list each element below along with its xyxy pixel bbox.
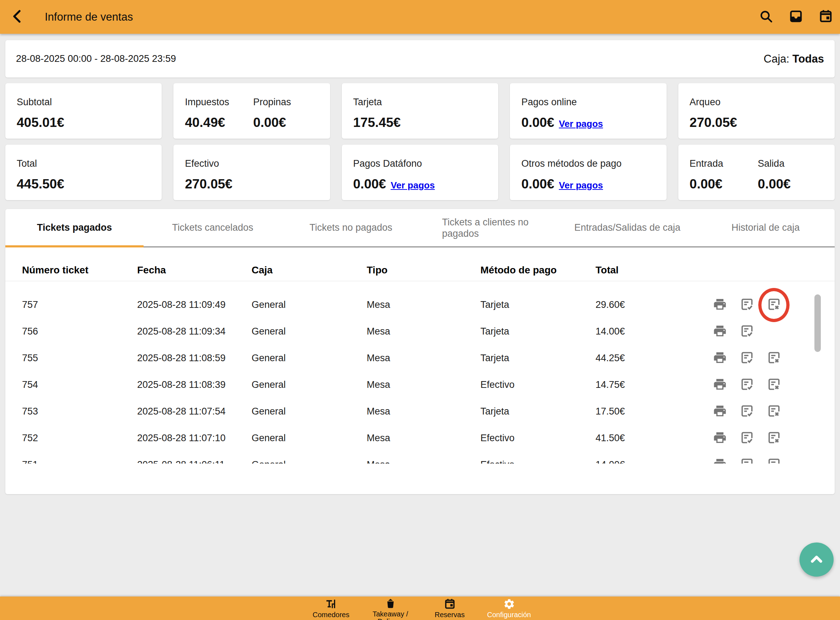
back-button[interactable]	[8, 7, 28, 27]
ticket-check-button[interactable]	[740, 298, 754, 312]
scroll-to-top-fab[interactable]	[799, 543, 834, 576]
tab-label: Entradas/Salidas de caja	[574, 222, 681, 233]
tab-label: Tickets cancelados	[172, 222, 253, 233]
table-row[interactable]: 753 2025-08-28 11:07:54 General Mesa Tar…	[5, 398, 835, 425]
cell-total: 41.50€	[595, 433, 702, 444]
date-picker-button[interactable]	[818, 9, 834, 25]
cell-ticket-number: 756	[22, 326, 137, 337]
tab-tickets-a-clientes-no-pagados[interactable]: Tickets a clientes no pagados	[420, 209, 558, 246]
ticket-void-button[interactable]	[767, 378, 781, 392]
print-ticket-button[interactable]	[713, 405, 727, 419]
table-row[interactable]: 751 2025-08-28 11:06:11 General Mesa Efe…	[5, 451, 835, 463]
nav-item-takeaway-delivery[interactable]: Takeaway / Delivery	[361, 596, 420, 620]
tab-historial-de-caja[interactable]: Historial de caja	[696, 209, 835, 246]
tickets-panel: Tickets pagadosTickets canceladosTickets…	[5, 209, 835, 494]
ticket-void-button[interactable]	[767, 458, 781, 464]
print-ticket-button[interactable]	[713, 325, 727, 339]
cell-total: 14.00€	[595, 459, 702, 463]
summary-card-metrics: Subtotal 405.01€	[17, 97, 158, 130]
ticket-check-button[interactable]	[740, 325, 754, 339]
tab-label: Tickets pagados	[37, 222, 112, 233]
summary-metric: Total 445.50€	[17, 158, 85, 192]
table-row[interactable]: 754 2025-08-28 11:08:39 General Mesa Efe…	[5, 372, 835, 398]
table-row[interactable]: 756 2025-08-28 11:09:34 General Mesa Tar…	[5, 318, 835, 345]
cell-date: 2025-08-28 11:08:59	[137, 353, 252, 364]
summary-metric: Arqueo 270.05€	[690, 97, 758, 130]
print-ticket-button[interactable]	[713, 378, 727, 392]
row-actions	[702, 378, 835, 392]
cell-caja: General	[252, 326, 367, 337]
nav-item-configuracion[interactable]: Configuración	[479, 596, 539, 620]
ticket-void-button[interactable]	[767, 351, 781, 366]
summary-metric-label: Propinas	[253, 97, 321, 108]
tab-tickets-pagados[interactable]: Tickets pagados	[5, 209, 144, 246]
print-icon	[713, 404, 727, 419]
cell-type: Mesa	[367, 406, 481, 417]
summary-card-metrics: Pagos Datáfono 0.00€ Ver pagos	[353, 158, 494, 192]
table-row[interactable]: 757 2025-08-28 11:09:49 General Mesa Tar…	[5, 292, 835, 318]
summary-card-metrics: Efectivo 270.05€	[185, 158, 326, 192]
cell-payment-method: Efectivo	[481, 379, 595, 390]
ver-pagos-link[interactable]: Ver pagos	[391, 180, 434, 191]
cell-date: 2025-08-28 11:09:49	[137, 299, 252, 310]
nav-item-comedores[interactable]: Comedores	[301, 596, 361, 620]
ver-pagos-link[interactable]: Ver pagos	[559, 180, 603, 191]
ticket-check-button[interactable]	[740, 458, 754, 464]
print-ticket-button[interactable]	[713, 298, 727, 312]
nav-label: Takeaway / Delivery	[367, 610, 413, 620]
cell-type: Mesa	[367, 433, 481, 444]
filter-bar: 28-08-2025 00:00 - 28-08-2025 23:59 Caja…	[5, 40, 835, 77]
cell-payment-method: Tarjeta	[481, 299, 595, 310]
nav-item-reservas[interactable]: Reservas	[420, 596, 479, 620]
search-icon	[759, 9, 774, 25]
cell-total: 29.60€	[595, 299, 702, 310]
summary-metric-label: Otros métodos de pago	[521, 158, 622, 169]
inbox-button[interactable]	[788, 9, 804, 25]
search-button[interactable]	[758, 9, 774, 25]
summary-card: Otros métodos de pago 0.00€ Ver pagos	[510, 145, 666, 200]
print-ticket-button[interactable]	[713, 351, 727, 366]
ticket-check-button[interactable]	[740, 431, 754, 445]
tab-tickets-no-pagados[interactable]: Tickets no pagados	[282, 209, 420, 246]
ticket-check-icon	[740, 324, 754, 339]
summary-card: Pagos online 0.00€ Ver pagos	[510, 83, 666, 138]
row-actions	[702, 405, 835, 419]
summary-cards: Subtotal 405.01€ Impuestos 40.49€ Propin…	[5, 83, 835, 200]
ticket-check-icon	[740, 404, 754, 419]
print-ticket-button[interactable]	[713, 458, 727, 464]
caja-selector[interactable]: Caja: Todas	[763, 53, 824, 65]
table-row[interactable]: 752 2025-08-28 11:07:10 General Mesa Efe…	[5, 425, 835, 451]
tab-entradas-salidas-de-caja[interactable]: Entradas/Salidas de caja	[558, 209, 696, 246]
column-header: Número ticket	[22, 265, 137, 276]
summary-metric: Subtotal 405.01€	[17, 97, 85, 130]
ticket-void-button[interactable]	[767, 298, 781, 312]
tab-tickets-cancelados[interactable]: Tickets cancelados	[144, 209, 282, 246]
ver-pagos-link[interactable]: Ver pagos	[559, 118, 603, 129]
column-header: Método de pago	[481, 265, 595, 276]
cell-type: Mesa	[367, 379, 481, 390]
cell-date: 2025-08-28 11:09:34	[137, 326, 252, 337]
row-actions	[702, 351, 835, 366]
ticket-void-button[interactable]	[767, 431, 781, 445]
summary-metric-label: Impuestos	[185, 97, 253, 108]
ticket-check-button[interactable]	[740, 378, 754, 392]
table-row[interactable]: 755 2025-08-28 11:08:59 General Mesa Tar…	[5, 345, 835, 372]
ticket-void-button[interactable]	[767, 405, 781, 419]
cell-caja: General	[252, 459, 367, 463]
ticket-check-button[interactable]	[740, 351, 754, 366]
ticket-void-icon	[767, 404, 781, 419]
cell-date: 2025-08-28 11:07:10	[137, 433, 252, 444]
print-ticket-button[interactable]	[713, 431, 727, 445]
cell-payment-method: Tarjeta	[481, 353, 595, 364]
ticket-check-button[interactable]	[740, 405, 754, 419]
ticket-check-icon	[740, 297, 754, 313]
date-range[interactable]: 28-08-2025 00:00 - 28-08-2025 23:59	[16, 53, 176, 64]
nav-label: Reservas	[434, 611, 464, 618]
table-scrollbar[interactable]	[814, 294, 821, 352]
summary-metric-value: 175.45€	[353, 115, 401, 130]
summary-metric: Salida 0.00€	[758, 158, 826, 192]
cell-caja: General	[252, 299, 367, 310]
back-icon	[11, 9, 25, 24]
print-icon	[713, 324, 727, 339]
summary-metric-label: Tarjeta	[353, 97, 421, 108]
